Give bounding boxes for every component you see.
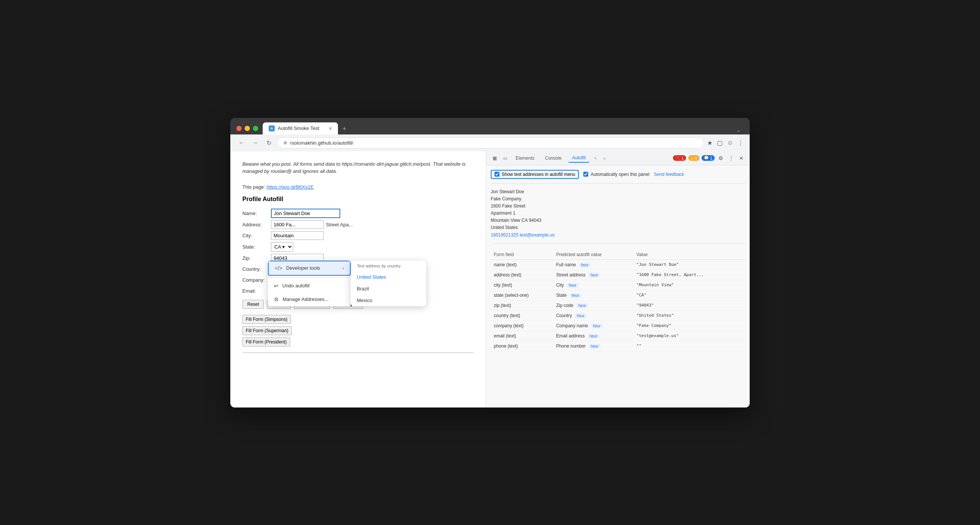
heur-badge: heur <box>591 324 603 329</box>
page-link: This page: https://goo.gl/B6Xs1E <box>242 184 474 190</box>
close-button[interactable] <box>236 126 242 131</box>
country-label: Country: <box>242 266 269 272</box>
field-cell: address (text) <box>491 270 553 280</box>
name-input[interactable] <box>271 209 340 218</box>
address-bar: ← → ↻ ⊕ rsolomakhin.github.io/autofill/ … <box>230 134 750 152</box>
dropdown-container: </> Developer tools › ↩ Undo autofill ⚙ … <box>268 261 351 306</box>
table-row: zip (text)Zip code heur"94043" <box>491 300 745 310</box>
device-icon[interactable]: ▭ <box>501 155 509 162</box>
devtools-panel: ▦ ▭ Elements Console Autofill × » ❌ 1 △ … <box>486 152 750 407</box>
title-bar: A Autofill Smoke Test × + ⌄ <box>230 118 750 134</box>
zip-label: Zip: <box>242 255 269 261</box>
send-feedback-link[interactable]: Send feedback <box>654 172 684 177</box>
field-cell: email (text) <box>491 331 553 341</box>
country-us[interactable]: United States <box>351 271 426 283</box>
more-tabs-icon[interactable]: » <box>601 154 608 163</box>
close-devtools-icon[interactable]: ✕ <box>738 155 745 162</box>
field-cell: phone (text) <box>491 341 553 351</box>
fill-superman-button[interactable]: Fill Form (Superman) <box>242 326 292 335</box>
page-link-anchor[interactable]: https://goo.gl/B6Xs1E <box>266 184 313 190</box>
tab-elements[interactable]: Elements <box>512 154 538 162</box>
state-select[interactable]: CA ▾ <box>271 242 293 252</box>
preview-name: Jon Stewart Doe <box>491 188 745 195</box>
heur-badge: heur <box>576 303 588 308</box>
info-badge: 💬 1 <box>702 155 715 161</box>
profile-icon[interactable]: ☺ <box>727 139 733 146</box>
tab-close-button[interactable]: × <box>329 125 332 131</box>
auto-open-checkbox[interactable] <box>583 172 588 177</box>
devtools-status-icons: ❌ 1 △ 4 💬 1 ⚙ ⋮ ✕ <box>673 155 745 162</box>
test-address-label: Test address by country <box>351 261 426 271</box>
field-cell: name (text) <box>491 260 553 270</box>
address-input[interactable] <box>271 220 324 229</box>
field-cell: zip (text) <box>491 300 553 310</box>
separator <box>268 277 351 278</box>
more-options-icon[interactable]: ⋮ <box>727 155 735 162</box>
show-test-addresses-checkbox[interactable] <box>495 172 500 177</box>
preview-apt: Apartment 1 <box>491 210 745 217</box>
heur-badge: heur <box>567 283 579 288</box>
forward-button[interactable]: → <box>250 137 261 148</box>
tab-more-button[interactable]: ⌄ <box>733 125 744 134</box>
address-row: Address: Street Apa... <box>242 220 474 229</box>
name-row: Name: <box>242 209 474 218</box>
manage-addresses-item[interactable]: ⚙ Manage Addresses... <box>268 293 351 306</box>
fill-president-button[interactable]: Fill Form (President) <box>242 337 290 346</box>
undo-autofill-item[interactable]: ↩ Undo autofill <box>268 279 351 293</box>
preview-street: 1600 Fake Street <box>491 203 745 210</box>
predicted-cell: City heur <box>553 280 633 290</box>
developer-tools-item[interactable]: </> Developer tools › <box>268 261 351 276</box>
city-label: City: <box>242 233 269 238</box>
country-mexico[interactable]: Mexico <box>351 295 426 306</box>
fill-buttons: Fill Form (Simpsons) Fill Form (Superman… <box>242 315 474 346</box>
menu-icon[interactable]: ⋮ <box>738 139 744 147</box>
table-row: city (text)City heur"Mountain View" <box>491 280 745 290</box>
toolbar-icons: ★ ▢ ☺ ⋮ <box>707 139 744 147</box>
tab-bar: A Autofill Smoke Test × + ⌄ <box>262 123 744 134</box>
auto-open-label: Automatically open this panel <box>590 172 649 177</box>
reset-button[interactable]: Reset <box>242 300 264 309</box>
city-input[interactable] <box>271 231 324 240</box>
tab-autofill[interactable]: Autofill <box>568 154 589 163</box>
minimize-button[interactable] <box>245 126 250 131</box>
country-brazil[interactable]: Brazil <box>351 283 426 295</box>
show-test-addresses-option[interactable]: Show test addresses in autofill menu <box>491 170 579 179</box>
predicted-cell: Street address heur <box>553 270 633 280</box>
value-cell: "1600 Fake Street, Apart... <box>633 270 745 280</box>
table-row: address (text)Street address heur"1600 F… <box>491 270 745 280</box>
bookmark-icon[interactable]: ★ <box>707 139 713 147</box>
col-value: Value <box>633 250 745 260</box>
reload-button[interactable]: ↻ <box>263 137 274 148</box>
close-autofill-tab[interactable]: × <box>592 154 598 163</box>
arrow-icon: › <box>342 265 344 271</box>
back-button[interactable]: ← <box>236 137 247 148</box>
fill-simpsons-button[interactable]: Fill Form (Simpsons) <box>242 315 291 324</box>
table-row: state (select-one)State heur"CA" <box>491 290 745 300</box>
info-icon: 💬 <box>704 156 709 160</box>
preview-company: Fake Company <box>491 195 745 203</box>
predicted-cell: Full name heur <box>553 260 633 270</box>
active-tab[interactable]: A Autofill Smoke Test × <box>262 123 338 134</box>
inspector-icon[interactable]: ▦ <box>491 155 498 162</box>
divider <box>242 353 474 353</box>
settings-icon[interactable]: ⚙ <box>717 155 725 162</box>
auto-open-option[interactable]: Automatically open this panel <box>583 172 649 177</box>
heur-badge: heur <box>575 313 587 318</box>
heur-badge: heur <box>579 263 591 267</box>
company-label: Company: <box>242 277 269 283</box>
extension-icon[interactable]: ▢ <box>717 139 722 147</box>
tab-console[interactable]: Console <box>541 154 565 162</box>
table-row: phone (text)Phone number heur"" <box>491 341 745 351</box>
undo-icon: ↩ <box>274 283 278 289</box>
address-input[interactable]: ⊕ rsolomakhin.github.io/autofill/ <box>277 137 704 148</box>
error-badge: ❌ 1 <box>673 155 686 161</box>
predicted-cell: Company name heur <box>553 321 633 331</box>
state-row: State: CA ▾ <box>242 242 474 252</box>
section-title: Profile Autofill <box>242 196 474 203</box>
new-tab-button[interactable]: + <box>338 123 351 134</box>
warning-text: Beware what you post. All forms send dat… <box>242 160 474 175</box>
show-test-addresses-label: Show test addresses in autofill menu <box>502 172 575 177</box>
error-icon: ❌ <box>675 156 681 160</box>
maximize-button[interactable] <box>253 126 258 131</box>
value-cell: "Fake Company" <box>633 321 745 331</box>
